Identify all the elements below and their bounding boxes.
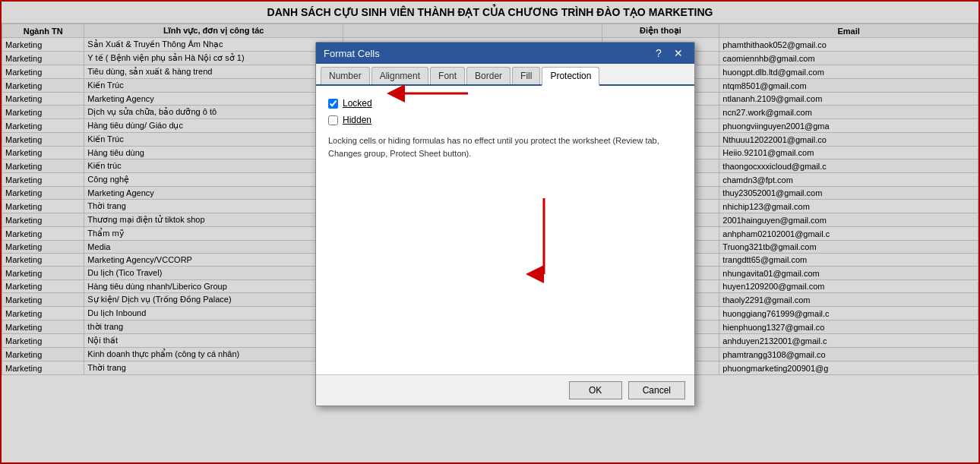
arrow-down-annotation (521, 194, 567, 288)
format-cells-dialog: Format Cells ? ✕ Number Alignment Font B… (315, 42, 695, 406)
dialog-tabs: Number Alignment Font Border Fill Protec… (316, 64, 694, 86)
dialog-title: Format Cells (324, 48, 380, 59)
locked-checkbox[interactable] (328, 99, 338, 109)
locked-row: Locked (328, 98, 682, 109)
dialog-footer: OK Cancel (316, 374, 694, 406)
help-button[interactable]: ? (650, 46, 667, 60)
tab-number[interactable]: Number (321, 67, 370, 84)
dialog-body: Locked Hidden Locking cells or hiding fo… (316, 86, 694, 374)
hidden-label[interactable]: Hidden (343, 115, 371, 125)
tab-fill[interactable]: Fill (512, 67, 540, 84)
protection-note: Locking cells or hiding formulas has no … (328, 134, 662, 159)
cancel-button[interactable]: Cancel (628, 381, 685, 399)
tab-protection[interactable]: Protection (542, 67, 599, 86)
locked-label[interactable]: Locked (343, 98, 372, 109)
hidden-checkbox[interactable] (328, 115, 338, 125)
hidden-row: Hidden (328, 115, 682, 125)
dialog-titlebar-buttons: ? ✕ (650, 46, 687, 60)
ok-button[interactable]: OK (569, 381, 622, 399)
close-button[interactable]: ✕ (670, 46, 687, 60)
dialog-titlebar: Format Cells ? ✕ (316, 43, 694, 64)
arrow-right-annotation (384, 82, 476, 107)
